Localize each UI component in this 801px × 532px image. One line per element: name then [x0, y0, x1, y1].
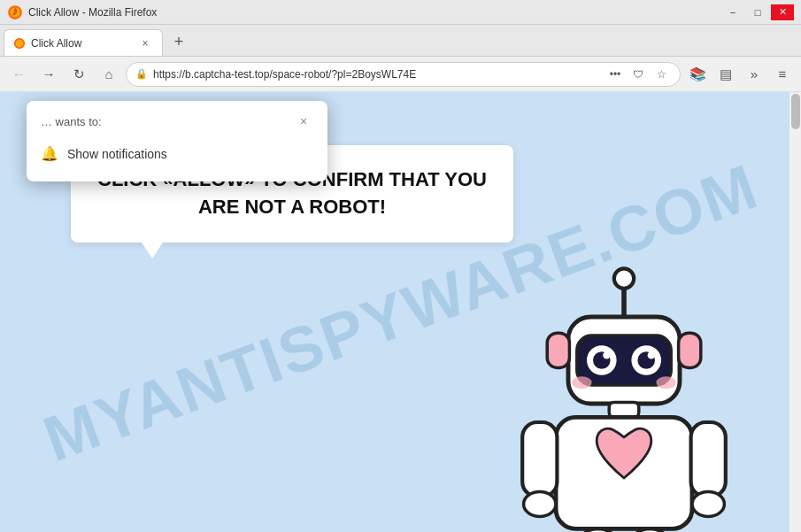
- url-text: https://b.captcha-test.top/space-robot/?…: [153, 68, 600, 81]
- permission-label: Show notifications: [67, 147, 167, 161]
- tab-label: Click Allow: [31, 37, 81, 50]
- address-bar[interactable]: 🔒 https://b.captcha-test.top/space-robot…: [126, 62, 681, 87]
- shield-button[interactable]: 🛡: [628, 65, 648, 84]
- notification-popup: … wants to: × 🔔 Show notifications: [27, 101, 327, 181]
- page-content: MYANTISPYWARE.COM … wants to: × 🔔 Show n…: [0, 92, 801, 532]
- reload-button[interactable]: ↻: [65, 61, 92, 88]
- home-button[interactable]: ⌂: [96, 61, 122, 88]
- svg-rect-16: [547, 333, 569, 367]
- bookmark-button[interactable]: ☆: [651, 65, 671, 84]
- titlebar-left: Click Allow - Mozilla Firefox: [7, 4, 157, 20]
- extensions-button[interactable]: »: [741, 61, 767, 88]
- svg-point-22: [524, 491, 556, 516]
- sidebar-button[interactable]: ▤: [712, 61, 739, 88]
- popup-close-button[interactable]: ×: [294, 112, 313, 131]
- security-icon: 🔒: [135, 68, 148, 80]
- svg-point-14: [572, 376, 591, 389]
- popup-intro-text: … wants to:: [41, 115, 102, 128]
- close-button[interactable]: ✕: [771, 4, 794, 20]
- svg-point-3: [16, 39, 24, 47]
- nav-right-buttons: 📚 ▤ » ≡: [684, 61, 796, 88]
- main-message-line2: ARE NOT A ROBOT!: [198, 196, 386, 218]
- scrollbar[interactable]: [789, 92, 801, 532]
- svg-rect-21: [691, 422, 726, 497]
- titlebar-controls: − □ ✕: [721, 4, 794, 20]
- svg-rect-18: [609, 403, 639, 418]
- robot-svg: [500, 249, 748, 532]
- more-actions-button[interactable]: •••: [605, 65, 625, 84]
- scrollbar-thumb[interactable]: [791, 94, 800, 129]
- active-tab[interactable]: Click Allow ×: [4, 29, 163, 56]
- svg-rect-20: [522, 422, 557, 497]
- robot-image: [500, 249, 748, 532]
- menu-button[interactable]: ≡: [769, 61, 796, 88]
- address-bar-actions: ••• 🛡 ☆: [605, 65, 671, 84]
- maximize-button[interactable]: □: [746, 4, 769, 20]
- bell-icon: 🔔: [41, 145, 58, 162]
- svg-rect-17: [679, 333, 701, 367]
- svg-point-13: [648, 351, 655, 359]
- minimize-button[interactable]: −: [721, 4, 744, 20]
- firefox-logo-icon: [7, 4, 23, 20]
- library-button[interactable]: 📚: [684, 61, 711, 88]
- titlebar: Click Allow - Mozilla Firefox − □ ✕: [0, 0, 801, 25]
- navbar: ← → ↻ ⌂ 🔒 https://b.captcha-test.top/spa…: [0, 57, 801, 92]
- popup-header: … wants to: ×: [41, 112, 313, 131]
- titlebar-title: Click Allow - Mozilla Firefox: [28, 6, 157, 19]
- tab-favicon-icon: [13, 37, 26, 50]
- svg-point-23: [692, 491, 724, 516]
- svg-point-12: [603, 351, 610, 359]
- popup-permission-row: 🔔 Show notifications: [41, 140, 313, 167]
- tab-close-button[interactable]: ×: [137, 35, 153, 51]
- svg-point-5: [614, 268, 634, 288]
- new-tab-button[interactable]: +: [166, 29, 191, 54]
- svg-point-15: [656, 376, 675, 389]
- forward-button[interactable]: →: [35, 61, 62, 88]
- tabbar: Click Allow × +: [0, 25, 801, 57]
- back-button[interactable]: ←: [5, 61, 32, 88]
